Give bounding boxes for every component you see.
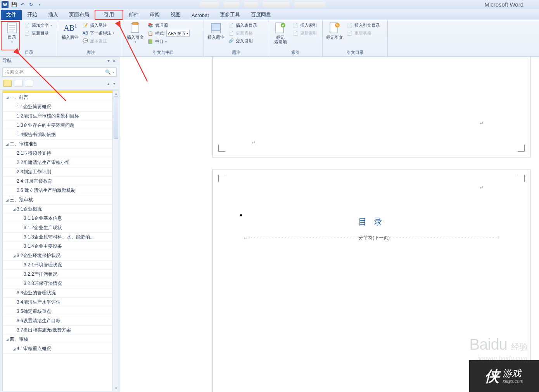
qat-dropdown-icon[interactable]: ▾: [36, 2, 43, 8]
tab-acrobat[interactable]: Acrobat: [186, 11, 214, 20]
bibliography-button[interactable]: 📗书目 ▾: [147, 38, 190, 45]
mark-index-entry-button[interactable]: 标记 索引项: [271, 21, 290, 45]
nav-item[interactable]: 1.4报告书编制依据: [3, 130, 112, 140]
nav-item-label: 4.1审核重点概况: [17, 345, 51, 352]
citation-style[interactable]: 📋样式: APA 第五▾: [147, 29, 190, 37]
undo-icon[interactable]: ↶: [19, 2, 26, 8]
nav-item[interactable]: 3.2.2产排污状况: [3, 270, 112, 279]
scroll-thumb[interactable]: [114, 96, 118, 139]
nav-item[interactable]: 3.1.2企业生产现状: [3, 223, 112, 233]
insert-toa-button[interactable]: 📄插入引文目录: [346, 22, 381, 29]
expand-icon[interactable]: ◢: [11, 207, 17, 211]
scroll-up-icon[interactable]: ▴: [113, 91, 119, 96]
nav-tree-list[interactable]: ◢一、前言1.1企业简要概况1.2清洁生产审核的背景和目标1.3企业存在的主要环…: [2, 90, 113, 391]
cross-reference-button[interactable]: 🔗交叉引用: [227, 37, 258, 44]
nav-item-label: 1.2清洁生产审核的背景和目标: [17, 113, 79, 119]
nav-item[interactable]: 3.6设置清洁生产目标: [3, 316, 112, 326]
update-toc-button[interactable]: 📄更新目录: [23, 29, 53, 36]
nav-item[interactable]: 3.2.3环保守法情况: [3, 279, 112, 288]
group-index: 标记 索引项 📄插入索引 📄更新索引 索引: [268, 20, 323, 56]
insert-endnote-button[interactable]: 📝插入尾注: [81, 22, 115, 29]
nav-item[interactable]: ◢4.1审核重点概况: [3, 344, 112, 354]
group-label-toc: 目录: [2, 50, 55, 56]
insert-citation-button[interactable]: 插入引文 ▾: [126, 21, 145, 45]
search-dropdown-icon[interactable]: ▾: [112, 71, 114, 74]
mark-citation-button[interactable]: ✎ 标记引文: [325, 21, 344, 40]
expand-icon[interactable]: ◢: [4, 198, 10, 202]
crossref-icon: 🔗: [228, 38, 234, 44]
nav-item[interactable]: 2.3制定工作计划: [3, 168, 112, 177]
nav-view-pages[interactable]: [14, 80, 22, 87]
style-select[interactable]: APA 第五▾: [166, 30, 190, 37]
nav-search-input[interactable]: 搜索文档 🔍 ▾: [2, 67, 117, 77]
toa-icon: ✎: [328, 22, 341, 34]
insert-table-figures-button[interactable]: 📄插入表目录: [227, 22, 258, 29]
xiayx-badge: 侠 游戏 xiayx.com: [469, 360, 539, 392]
tab-review[interactable]: 审阅: [144, 10, 165, 20]
nav-item[interactable]: 2.5 建立清洁生产的激励机制: [3, 186, 112, 195]
insert-index-button[interactable]: 📄插入索引: [292, 22, 318, 29]
tab-file[interactable]: 文件: [1, 10, 22, 20]
scroll-down-icon[interactable]: ▾: [113, 385, 119, 391]
nav-item-label: 1.4报告书编制依据: [17, 131, 56, 138]
highlight-toc: [1, 21, 20, 50]
nav-item[interactable]: 3.1.3企业原辅材料、水、能源消...: [3, 233, 112, 242]
expand-icon[interactable]: ◢: [4, 96, 10, 100]
tab-insert[interactable]: 插入: [43, 10, 64, 20]
tab-home[interactable]: 开始: [22, 10, 43, 20]
nav-item[interactable]: 3.2.1环境管理状况: [3, 261, 112, 270]
nav-item[interactable]: ◢一、前言: [3, 93, 112, 102]
nav-close-icon[interactable]: ✕: [111, 58, 117, 64]
next-footnote-button[interactable]: AB下一条脚注 ▾: [81, 29, 115, 36]
nav-item[interactable]: 2.4 开展宣传教育: [3, 177, 112, 186]
quick-access-toolbar: W 💾 ↶ ↻ ▾: [0, 1, 44, 8]
tab-baidu[interactable]: 百度网盘: [245, 10, 276, 20]
nav-item[interactable]: 3.1.4企业主要设备: [3, 242, 112, 251]
nav-item[interactable]: 3.5确定审核重点: [3, 307, 112, 316]
search-icon[interactable]: 🔍: [105, 69, 111, 75]
add-text-button[interactable]: 📄添加文字 ▾: [23, 22, 53, 29]
nav-item[interactable]: 2.1取得领导支持: [3, 149, 112, 158]
show-notes-button: 💬显示备注: [81, 37, 115, 44]
nav-item[interactable]: 3.7提出和实施无/低费方案: [3, 326, 112, 335]
expand-icon[interactable]: ◢: [4, 338, 10, 342]
nav-item[interactable]: 1.3企业存在的主要环境问题: [3, 121, 112, 130]
insert-footnote-button[interactable]: AB1 插入脚注: [60, 21, 80, 40]
nav-item[interactable]: 3.3企业的管理状况: [3, 288, 112, 298]
manage-sources-button[interactable]: 📚管理源: [147, 22, 190, 29]
nav-item[interactable]: ◢三、预审核: [3, 195, 112, 205]
nav-item-label: 3.7提出和实施无/低费方案: [17, 327, 71, 333]
redo-icon[interactable]: ↻: [28, 2, 34, 8]
search-placeholder: 搜索文档: [5, 69, 105, 76]
nav-item[interactable]: 1.2清洁生产审核的背景和目标: [3, 112, 112, 121]
save-icon[interactable]: 💾: [11, 2, 17, 8]
tab-layout[interactable]: 页面布局: [64, 10, 95, 20]
nav-expand-icon[interactable]: ▾: [112, 81, 116, 86]
nav-item-label: 3.3企业的管理状况: [17, 290, 56, 296]
nav-item[interactable]: ◢二、审核准备: [3, 140, 112, 149]
expand-icon[interactable]: ◢: [4, 142, 10, 146]
section-break: ↵ 分节符(下一页): [244, 235, 499, 241]
nav-view-results[interactable]: [25, 80, 33, 87]
nav-item[interactable]: 2.2组建清洁生产审核小组: [3, 158, 112, 168]
nav-item[interactable]: 3.1.1企业基本信息: [3, 214, 112, 223]
expand-icon[interactable]: ◢: [11, 254, 17, 258]
nav-view-headings[interactable]: [3, 80, 12, 87]
update-toa-icon: 📄: [347, 30, 353, 36]
nav-item[interactable]: ◢四、审核: [3, 335, 112, 344]
tab-mailings[interactable]: 邮件: [123, 10, 144, 20]
nav-item[interactable]: ◢3.2企业环境保护状况: [3, 251, 112, 261]
tab-view[interactable]: 视图: [165, 10, 186, 20]
tab-references[interactable]: 引用: [95, 10, 123, 20]
tab-more[interactable]: 更多工具: [214, 10, 245, 20]
expand-icon[interactable]: ◢: [11, 347, 17, 351]
nav-dropdown-icon[interactable]: ▾: [106, 58, 111, 64]
nav-scrollbar[interactable]: ▴ ▾: [113, 90, 119, 391]
index-icon: [274, 22, 287, 34]
nav-item[interactable]: ◢3.1企业概况: [3, 205, 112, 214]
insert-caption-button[interactable]: 插入题注: [206, 21, 226, 40]
nav-item[interactable]: 1.1企业简要概况: [3, 102, 112, 112]
document-area[interactable]: ↵ ↵ ↵ 目 录 ↵ 分节符(下一页) Baidu 经验 jingyan.ba…: [119, 57, 539, 392]
nav-collapse-icon[interactable]: ▴: [107, 81, 110, 86]
nav-item[interactable]: 3.4清洁生产水平评估: [3, 298, 112, 307]
